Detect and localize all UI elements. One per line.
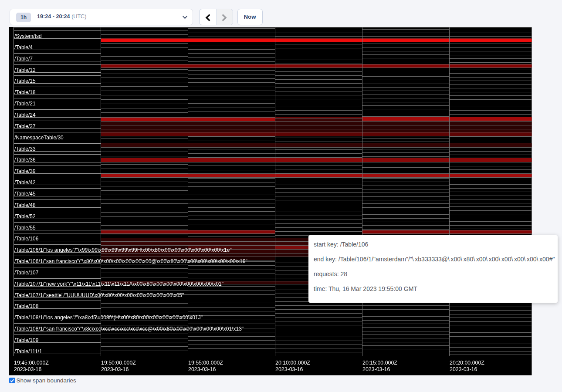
svg-text:2023-03-16: 2023-03-16 [188, 366, 216, 372]
svg-text:/Table/27: /Table/27 [14, 123, 36, 129]
svg-text:2023-03-16: 2023-03-16 [362, 366, 390, 372]
svg-text:/Table/107/1/"seattle"/"UUUUUU: /Table/107/1/"seattle"/"UUUUUUD\x00\x80\… [14, 292, 184, 298]
svg-text:/Table/24: /Table/24 [14, 112, 36, 118]
svg-text:/Table/45: /Table/45 [14, 191, 36, 197]
svg-text:/Table/12: /Table/12 [14, 67, 36, 73]
svg-text:/Table/7: /Table/7 [14, 56, 33, 62]
svg-text:/Table/106: /Table/106 [14, 236, 39, 242]
svg-text:20:15:00.000Z: 20:15:00.000Z [362, 360, 397, 366]
svg-text:/Table/39: /Table/39 [14, 168, 36, 174]
svg-text:/Table/107: /Table/107 [14, 270, 39, 276]
svg-text:/Table/109: /Table/109 [14, 337, 39, 343]
svg-text:2023-03-16: 2023-03-16 [14, 366, 41, 372]
svg-text:/Table/15: /Table/15 [14, 78, 36, 84]
svg-text:/Table/108: /Table/108 [14, 303, 39, 309]
svg-text:/NamespaceTable/30: /NamespaceTable/30 [14, 135, 64, 141]
svg-text:/Table/18: /Table/18 [14, 89, 36, 95]
svg-text:2023-03-16: 2023-03-16 [275, 366, 303, 372]
svg-text:/Table/106/1/"san francisco"/": /Table/106/1/"san francisco"/"\x80\x00\x… [14, 258, 247, 264]
svg-text:/Table/52: /Table/52 [14, 213, 36, 220]
svg-text:/Table/55: /Table/55 [14, 225, 36, 231]
svg-text:/Table/106/1/"los angeles"/"\x: /Table/106/1/"los angeles"/"\x99\x99\x99… [14, 247, 232, 253]
svg-text:19:55:00.000Z: 19:55:00.000Z [188, 360, 223, 366]
svg-text:20:20:00.000Z: 20:20:00.000Z [450, 360, 484, 366]
svg-text:/Table/36: /Table/36 [14, 157, 36, 163]
svg-text:/Table/107/1/"new york"/"\x11\: /Table/107/1/"new york"/"\x11\x11\x11\x1… [14, 281, 223, 287]
svg-text:19:50:00.000Z: 19:50:00.000Z [101, 360, 136, 366]
svg-text:19:45:00.000Z: 19:45:00.000Z [14, 360, 49, 366]
svg-text:/Table/33: /Table/33 [14, 146, 36, 152]
svg-text:/Table/48: /Table/48 [14, 202, 36, 208]
svg-text:2023-03-16: 2023-03-16 [450, 366, 477, 372]
svg-text:/Table/108/1/"san francisco"/": /Table/108/1/"san francisco"/"\x8c\xcc\x… [14, 326, 244, 332]
svg-text:/Table/111/1: /Table/111/1 [14, 348, 42, 355]
svg-text:/System/tsd: /System/tsd [14, 33, 42, 39]
svg-text:20:10:00.000Z: 20:10:00.000Z [275, 360, 310, 366]
svg-text:/Table/108/1/"los angeles"/"\x: /Table/108/1/"los angeles"/"\xa8\xf5\u00… [14, 314, 203, 321]
svg-text:2023-03-16: 2023-03-16 [101, 366, 129, 372]
svg-text:/Table/21: /Table/21 [14, 101, 36, 107]
svg-text:/Table/42: /Table/42 [14, 179, 36, 186]
svg-text:/Table/4: /Table/4 [14, 44, 33, 51]
